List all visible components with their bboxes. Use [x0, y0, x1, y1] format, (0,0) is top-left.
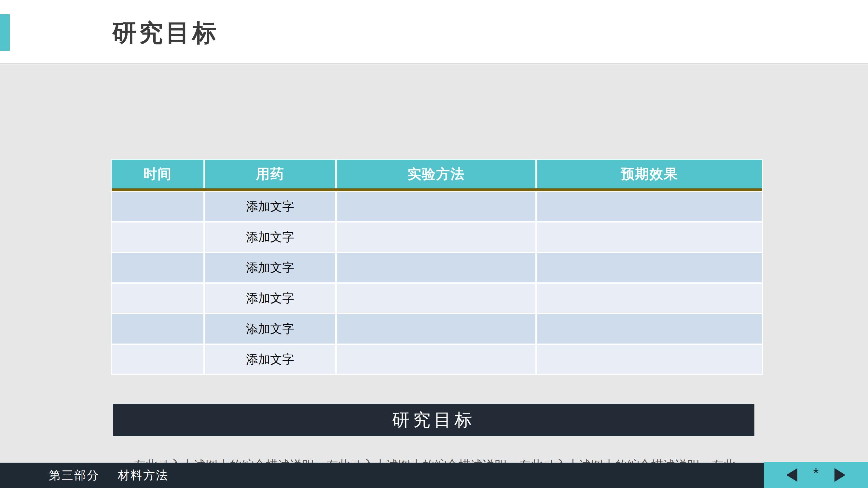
- table-cell: [337, 314, 535, 344]
- slide-navigation: *: [764, 462, 868, 488]
- column-header-expected-effect: 预期效果: [537, 160, 762, 188]
- header-divider-line: [112, 188, 762, 191]
- table-cell: [337, 345, 535, 374]
- table-cell-text-placeholder[interactable]: 添加文字: [205, 345, 335, 374]
- table-cell: [537, 192, 762, 221]
- footer-section-label: 第三部分: [49, 467, 100, 483]
- slide-content-area: 时间 用药 实验方法 预期效果 添加文字 添加文字 添加文字: [0, 64, 868, 463]
- table-cell-text-placeholder[interactable]: 添加文字: [205, 284, 335, 313]
- column-header-method: 实验方法: [337, 160, 535, 188]
- table-cell: [337, 192, 535, 221]
- table-cell: [337, 284, 535, 313]
- footer-section-name: 材料方法: [118, 467, 168, 483]
- footer-bar: 第三部分 材料方法: [0, 463, 868, 488]
- column-header-time: 时间: [112, 160, 204, 188]
- table-body: 添加文字 添加文字 添加文字 添加文字 添加文字: [112, 192, 762, 374]
- table-cell: [112, 253, 204, 282]
- table-cell-text-placeholder[interactable]: 添加文字: [205, 314, 335, 344]
- table-cell: [112, 192, 204, 221]
- table-cell-text-placeholder[interactable]: 添加文字: [205, 253, 335, 282]
- previous-slide-icon[interactable]: [786, 468, 797, 482]
- banner-title: 研究目标: [392, 408, 475, 432]
- slide-number-placeholder: *: [813, 469, 818, 478]
- table-cell: [337, 253, 535, 282]
- table-header-row: 时间 用药 实验方法 预期效果: [112, 160, 762, 188]
- table-cell-text-placeholder[interactable]: 添加文字: [205, 192, 335, 221]
- column-header-medication: 用药: [205, 160, 335, 188]
- title-accent-bar: [0, 14, 10, 51]
- table-cell: [337, 223, 535, 252]
- next-slide-icon[interactable]: [835, 468, 845, 482]
- table-cell: [537, 345, 762, 374]
- experiment-table: 时间 用药 实验方法 预期效果 添加文字 添加文字 添加文字: [111, 159, 763, 375]
- table-cell: [112, 345, 204, 374]
- table-cell: [537, 223, 762, 252]
- table-cell: [112, 314, 204, 344]
- section-banner: 研究目标: [113, 404, 754, 436]
- table-cell: [112, 223, 204, 252]
- slide-header-band: 研究目标: [0, 0, 868, 64]
- page-title: 研究目标: [112, 17, 219, 50]
- presentation-slide: 研究目标 时间 用药 实验方法 预期效果 添加文字 添加文字 添加文字: [0, 0, 868, 488]
- table-cell: [537, 253, 762, 282]
- table-cell-text-placeholder[interactable]: 添加文字: [205, 223, 335, 252]
- table-cell: [537, 314, 762, 344]
- table-cell: [537, 284, 762, 313]
- table-cell: [112, 284, 204, 313]
